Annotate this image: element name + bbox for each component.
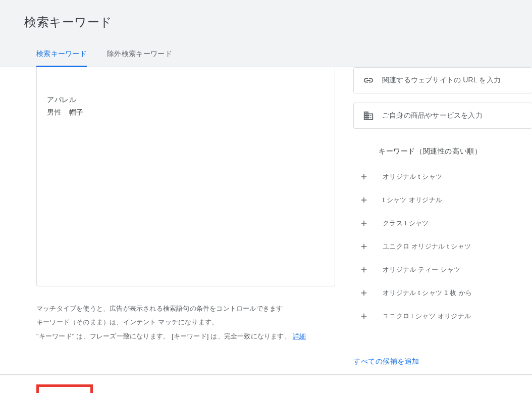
suggestion-label: クラス t シャツ	[383, 219, 429, 228]
help-line-1: マッチタイプを使うと、広告が表示される検索語句の条件をコントロールできます	[36, 302, 335, 315]
suggestion-label: オリジナル t シャツ 1 枚 から	[383, 288, 472, 298]
keywords-textarea[interactable]	[36, 67, 335, 286]
help-link[interactable]: 詳細	[293, 329, 306, 343]
suggestion-item[interactable]: ユニクロ t シャツ オリジナル	[353, 305, 532, 328]
suggestion-item[interactable]: クラス t シャツ	[353, 212, 532, 235]
suggestion-list: オリジナル t シャツt シャツ オリジナルクラス t シャツユニクロ オリジナ…	[353, 165, 532, 347]
product-input-placeholder: ご自身の商品やサービスを入力	[382, 111, 483, 120]
plus-icon	[359, 242, 368, 251]
suggestions-title: キーワード（関連性の高い順）	[353, 138, 532, 165]
help-line-3: "キーワード" は、フレーズ一致になります。 [キーワード] は、完全一致になり…	[36, 332, 291, 340]
content-panel: マッチタイプを使うと、広告が表示される検索語句の条件をコントロールできます キー…	[0, 67, 532, 375]
left-column: マッチタイプを使うと、広告が表示される検索語句の条件をコントロールできます キー…	[0, 67, 343, 374]
tabs: 検索キーワード 除外検索キーワード	[0, 35, 532, 67]
plus-icon	[359, 265, 368, 274]
page-header: 検索キーワード	[0, 0, 532, 35]
page-title: 検索キーワード	[24, 14, 508, 30]
suggestion-label: オリジナル ティー シャツ	[383, 265, 460, 274]
add-all-link[interactable]: すべての候補を追加	[353, 347, 532, 374]
suggestion-label: t シャツ オリジナル	[383, 195, 442, 205]
url-input-row[interactable]: 関連するウェブサイトの URL を入力	[353, 67, 532, 93]
plus-icon	[359, 172, 368, 181]
suggestion-item[interactable]: オリジナル ティー シャツ	[353, 258, 532, 281]
suggestion-item[interactable]: オリジナル t シャツ	[353, 165, 532, 188]
tab-search-keywords[interactable]: 検索キーワード	[36, 50, 87, 67]
tab-negative-keywords[interactable]: 除外検索キーワード	[107, 50, 172, 67]
plus-icon	[359, 195, 368, 205]
help-text: マッチタイプを使うと、広告が表示される検索語句の条件をコントロールできます キー…	[36, 302, 335, 343]
domain-icon	[363, 110, 374, 121]
product-input-row[interactable]: ご自身の商品やサービスを入力	[353, 103, 532, 129]
suggestion-item[interactable]: ユニクロ オリジナル t シャツ	[353, 235, 532, 258]
plus-icon	[359, 312, 368, 321]
suggestion-item[interactable]: オリジナル t シャツ 1 枚 から	[353, 281, 532, 305]
footer: 保存 キャンセル	[0, 375, 532, 393]
suggestion-label: ユニクロ オリジナル t シャツ	[383, 242, 471, 251]
url-input-placeholder: 関連するウェブサイトの URL を入力	[382, 76, 501, 85]
save-highlight: 保存	[36, 384, 93, 393]
suggestion-item[interactable]: t シャツ オリジナル	[353, 188, 532, 212]
right-column: 関連するウェブサイトの URL を入力 ご自身の商品やサービスを入力 キーワード…	[353, 67, 532, 374]
suggestion-label: ユニクロ t シャツ オリジナル	[383, 312, 471, 321]
suggestion-label: オリジナル t シャツ	[383, 172, 442, 181]
link-icon	[363, 75, 374, 86]
help-line-2: キーワード（そのまま）は、インテント マッチになります。	[36, 315, 335, 329]
plus-icon	[359, 219, 368, 228]
plus-icon	[359, 288, 368, 298]
